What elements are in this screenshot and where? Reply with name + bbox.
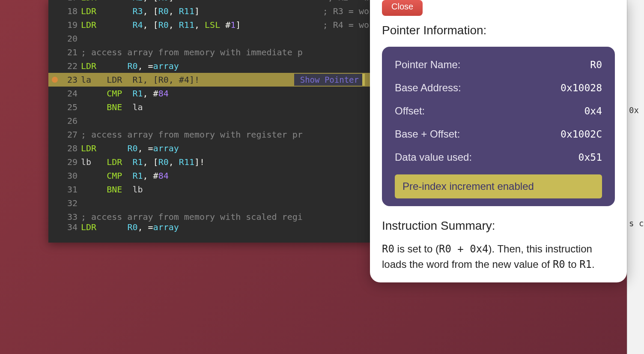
line-number: 20 — [60, 33, 78, 44]
code-line[interactable]: 22LDR R0, =array — [48, 59, 372, 73]
code-content: LDR R2, [R0] — [81, 0, 174, 3]
code-content: ; access array from memory with immediat… — [81, 47, 303, 57]
line-number: 34 — [60, 222, 78, 232]
line-number: 19 — [60, 20, 78, 30]
pointer-info-title: Pointer Information: — [382, 24, 615, 37]
pointer-row-value: 0x1002C — [561, 129, 602, 140]
code-line[interactable]: 25 BNE la — [48, 100, 372, 114]
code-line[interactable]: 30 CMP R1, #84 — [48, 169, 372, 183]
line-number: 26 — [60, 116, 78, 126]
pointer-info-row: Base Address:0x10028 — [395, 82, 602, 94]
code-content: LDR R0, =array — [81, 222, 179, 232]
code-line[interactable]: 31 BNE lb — [48, 183, 372, 196]
line-number: 23 — [60, 75, 78, 85]
code-content: CMP R1, #84 — [81, 88, 169, 99]
code-content: lb LDR R1, [R0, R11]! — [81, 157, 205, 167]
code-line[interactable]: 18LDR R3, [R0, R11]; R3 = wo — [48, 4, 372, 18]
pointer-info-row: Base + Offset:0x1002C — [395, 128, 602, 140]
code-line[interactable]: 34LDR R0, =array — [48, 224, 372, 231]
code-editor[interactable]: 17LDR R2, [R0]; R2 = w18LDR R3, [R0, R11… — [48, 0, 372, 243]
line-number: 32 — [60, 198, 78, 208]
instruction-summary-title: Instruction Summary: — [382, 219, 615, 233]
pointer-row-label: Base + Offset: — [395, 128, 460, 140]
right-sidebar: 0xs c — [627, 0, 644, 354]
pointer-row-value: 0x10028 — [561, 82, 602, 93]
code-content: BNE la — [81, 102, 143, 112]
pointer-row-value: 0x51 — [578, 152, 602, 163]
pointer-info-panel: Close Pointer Information: Pointer Name:… — [370, 0, 627, 282]
code-line[interactable]: 26 — [48, 114, 372, 128]
pointer-card: Pointer Name:R0Base Address:0x10028Offse… — [382, 47, 615, 206]
code-line[interactable]: 27; access array from memory with regist… — [48, 128, 372, 141]
line-number: 31 — [60, 184, 78, 195]
pointer-row-label: Data value used: — [395, 151, 472, 163]
line-number: 30 — [60, 171, 78, 181]
code-comment: ; R2 = w — [328, 0, 369, 3]
line-number: 21 — [60, 47, 78, 57]
pointer-info-row: Data value used:0x51 — [395, 151, 602, 163]
code-content: LDR R0, =array — [81, 61, 179, 71]
code-line[interactable]: 23la LDR R1, [R0, #4]!Show Pointer — [48, 73, 372, 87]
show-pointer-button[interactable]: Show Pointer — [294, 74, 365, 86]
line-number: 24 — [60, 88, 78, 99]
right-strip-text: 0x — [629, 105, 639, 115]
code-content: LDR R3, [R0, R11] — [81, 6, 200, 16]
code-content: LDR R4, [R0, R11, LSL #1] — [81, 20, 241, 30]
pointer-row-label: Pointer Name: — [395, 59, 460, 71]
code-line[interactable]: 19LDR R4, [R0, R11, LSL #1]; R4 = wo — [48, 18, 372, 32]
line-number: 27 — [60, 129, 78, 140]
code-content: ; access array from memory with scaled r… — [81, 212, 303, 222]
close-button[interactable]: Close — [382, 0, 423, 16]
code-line[interactable]: 21; access array from memory with immedi… — [48, 45, 372, 59]
pointer-info-row: Offset:0x4 — [395, 105, 602, 117]
line-number: 28 — [60, 143, 78, 153]
code-line[interactable]: 24 CMP R1, #84 — [48, 87, 372, 100]
code-content: ; access array from memory with register… — [81, 129, 303, 140]
line-number: 18 — [60, 6, 78, 16]
code-line[interactable]: 32 — [48, 196, 372, 210]
pointer-row-label: Base Address: — [395, 82, 461, 94]
code-content: la LDR R1, [R0, #4]! — [81, 75, 200, 85]
code-line[interactable]: 28LDR R0, =array — [48, 141, 372, 155]
pointer-row-value: R0 — [590, 59, 602, 70]
code-content: CMP R1, #84 — [81, 171, 169, 181]
line-number: 29 — [60, 157, 78, 167]
right-strip-text: s c — [629, 219, 644, 228]
code-line[interactable]: 20 — [48, 32, 372, 45]
preindex-badge: Pre-index increment enabled — [395, 174, 602, 198]
line-number: 17 — [60, 0, 78, 3]
pointer-info-row: Pointer Name:R0 — [395, 59, 602, 71]
pointer-row-value: 0x4 — [584, 105, 602, 117]
code-content: BNE lb — [81, 184, 143, 195]
line-number: 25 — [60, 102, 78, 112]
code-line[interactable]: 29lb LDR R1, [R0, R11]! — [48, 155, 372, 169]
code-comment: ; R4 = wo — [323, 20, 369, 30]
code-content: LDR R0, =array — [81, 143, 179, 153]
line-number: 22 — [60, 61, 78, 71]
breakpoint-icon[interactable] — [52, 77, 58, 83]
code-comment: ; R3 = wo — [323, 6, 369, 16]
code-line[interactable]: 17LDR R2, [R0]; R2 = w — [48, 0, 372, 4]
line-number: 33 — [60, 212, 78, 222]
pointer-row-label: Offset: — [395, 105, 425, 117]
instruction-summary-text: R0 is set to (R0 + 0x4). Then, this inst… — [382, 241, 615, 272]
